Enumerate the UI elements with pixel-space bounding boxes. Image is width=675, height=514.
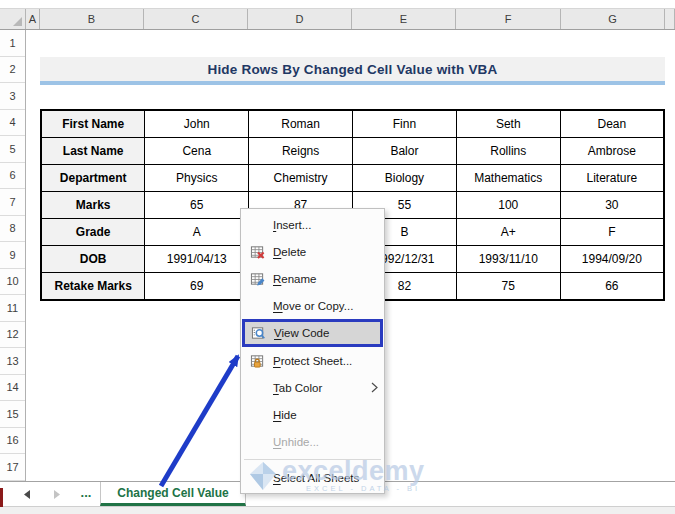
excel-window: ABCDEFG 1234567891011121314151617 Hide R… [0,0,675,514]
table-row-label[interactable]: Retake Marks [41,273,145,301]
row-header-9[interactable]: 9 [0,242,25,269]
tab-overflow-button[interactable]: ... [74,482,98,506]
table-cell[interactable]: Cena [145,138,249,165]
column-header-A[interactable]: A [26,9,40,29]
row-header-17[interactable]: 17 [0,454,25,481]
right-triangle-icon [53,490,61,499]
row-header-15[interactable]: 15 [0,401,25,428]
menu-item-unhide: Unhide... [241,428,384,455]
menu-item-label: Select All Sheets [273,472,359,484]
table-cell[interactable]: 69 [145,273,249,301]
prev-sheet-button[interactable] [20,487,34,501]
table-cell[interactable]: Balor [352,138,456,165]
view-code-icon [248,325,268,341]
menu-item-tab-color[interactable]: Tab Color [241,374,384,401]
table-row-label[interactable]: Grade [41,219,145,246]
row-header-12[interactable]: 12 [0,322,25,349]
select-all-corner[interactable] [0,9,26,29]
row-header-6[interactable]: 6 [0,163,25,190]
column-header-F[interactable]: F [456,9,561,29]
row-header-strip: 1234567891011121314151617 [0,30,26,481]
row-header-4[interactable]: 4 [0,110,25,137]
column-header-B[interactable]: B [40,9,144,29]
row-header-16[interactable]: 16 [0,428,25,455]
table-cell[interactable]: 30 [560,192,664,219]
table-row-label[interactable]: Department [41,165,145,192]
table-cell[interactable]: 1993/11/10 [456,246,560,273]
table-cell[interactable]: 75 [456,273,560,301]
row-header-3[interactable]: 3 [0,83,25,110]
row-header-14[interactable]: 14 [0,375,25,402]
table-row-label[interactable]: Marks [41,192,145,219]
table-row-label[interactable]: DOB [41,246,145,273]
menu-separator [244,459,381,460]
sheet-context-menu: Insert...DeleteRenameMove or Copy...View… [240,208,385,494]
table-cell[interactable]: Ambrose [560,138,664,165]
window-edge-stripe [0,488,3,507]
table-cell[interactable]: Reigns [249,138,353,165]
menu-item-delete[interactable]: Delete [241,238,384,265]
table-cell[interactable]: A+ [456,219,560,246]
menu-item-label: Tab Color [273,382,322,394]
row-header-5[interactable]: 5 [0,136,25,163]
column-header-D[interactable]: D [248,9,352,29]
table-row: DepartmentPhysicsChemistryBiologyMathema… [41,165,664,192]
menu-icon-placeholder [247,434,267,450]
menu-icon-placeholder [247,407,267,423]
table-cell[interactable]: Finn [352,110,456,138]
table-cell[interactable]: 1991/04/13 [145,246,249,273]
column-header-G[interactable]: G [561,9,665,29]
menu-item-label: Move or Copy... [273,300,353,312]
table-cell[interactable]: Biology [352,165,456,192]
menu-item-view-code[interactable]: View Code [242,319,383,347]
left-triangle-icon [23,490,31,499]
table-cell[interactable]: Literature [560,165,664,192]
row-header-10[interactable]: 10 [0,269,25,296]
table-cell[interactable]: Physics [145,165,249,192]
table-row: First NameJohnRomanFinnSethDean [41,110,664,138]
delete-sheet-icon [247,244,267,260]
table-cell[interactable]: Chemistry [249,165,353,192]
menu-item-move-or-copy[interactable]: Move or Copy... [241,292,384,319]
menu-item-rename[interactable]: Rename [241,265,384,292]
tab-changed-cell-value[interactable]: Changed Cell Value [100,482,246,506]
table-cell[interactable]: Roman [249,110,353,138]
menu-item-label: View Code [274,327,329,339]
column-header-partial[interactable] [665,9,675,29]
table-row-label[interactable]: First Name [41,110,145,138]
menu-item-label: Insert... [273,219,311,231]
menu-item-protect-sheet[interactable]: Protect Sheet... [241,347,384,374]
table-cell[interactable]: 66 [560,273,664,301]
row-header-11[interactable]: 11 [0,295,25,322]
menu-item-select-all-sheets[interactable]: Select All Sheets [241,464,384,491]
submenu-arrow-icon [371,382,378,393]
menu-item-label: Hide [273,409,297,421]
menu-icon-placeholder [247,217,267,233]
table-cell[interactable]: A [145,219,249,246]
menu-item-insert[interactable]: Insert... [241,211,384,238]
row-header-8[interactable]: 8 [0,216,25,243]
row-header-13[interactable]: 13 [0,348,25,375]
next-sheet-button[interactable] [50,487,64,501]
rename-sheet-icon [247,271,267,287]
title-banner[interactable]: Hide Rows By Changed Cell Value with VBA [40,57,665,85]
status-bar [0,506,675,514]
table-cell[interactable]: Mathematics [456,165,560,192]
table-cell[interactable]: John [145,110,249,138]
table-cell[interactable]: Rollins [456,138,560,165]
row-header-1[interactable]: 1 [0,30,25,57]
column-header-C[interactable]: C [144,9,248,29]
row-header-7[interactable]: 7 [0,189,25,216]
menu-icon-placeholder [247,298,267,314]
row-header-2[interactable]: 2 [0,57,25,84]
table-cell[interactable]: 1994/09/20 [560,246,664,273]
menu-item-label: Protect Sheet... [273,355,352,367]
table-cell[interactable]: Dean [560,110,664,138]
table-cell[interactable]: 100 [456,192,560,219]
menu-item-hide[interactable]: Hide [241,401,384,428]
table-cell[interactable]: F [560,219,664,246]
table-cell[interactable]: 65 [145,192,249,219]
table-row-label[interactable]: Last Name [41,138,145,165]
table-cell[interactable]: Seth [456,110,560,138]
column-header-E[interactable]: E [352,9,456,29]
